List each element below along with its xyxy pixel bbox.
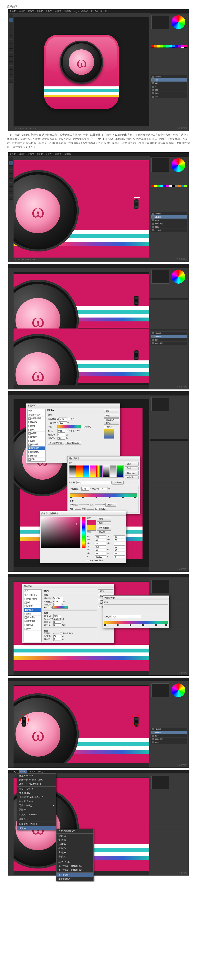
menu-item[interactable]: 文件(F) [10,153,16,156]
tool[interactable] [9,187,13,191]
gradient-preview[interactable] [58,425,81,428]
crop-tool[interactable] [9,31,13,35]
fx-item[interactable]: 混合选项: 默认 [28,413,45,417]
fx-item[interactable]: 颜色叠加 [24,616,42,619]
stop-location-input[interactable] [95,504,103,505]
layer-row[interactable]: 阴影 [151,82,187,85]
fx-item[interactable]: 斜面和浮雕 [28,417,45,420]
reset-default-button[interactable]: 复位为默认值 [65,441,81,445]
fx-item[interactable]: 内阴影 [24,605,42,608]
menu-item[interactable]: 后退一步(K) Alt+Ctrl+Z [17,782,56,786]
menu-item[interactable]: 编辑(E) [19,10,25,13]
cancel-button[interactable]: 取消 [97,521,111,525]
ps-menubar[interactable] [8,678,189,681]
hue-slider[interactable] [82,517,86,548]
menu-item[interactable]: 旋转 90 度（逆时针）(0) [56,868,93,872]
menu-item[interactable]: 选择(S) [55,153,61,156]
fx-item[interactable]: 光泽 [24,612,42,616]
menu-item[interactable]: 还原(O) Ctrl+Z [17,773,56,778]
fx-item[interactable]: 混合选项: 默认 [24,593,42,597]
ps-panels[interactable]: 右边 侧面 左边侧面 矩形 4 矩形 3 拷贝 矩形 3 [149,681,189,768]
b-input[interactable]: 85 [95,542,106,545]
menu-item[interactable]: 图像(I) [28,153,34,156]
visibility-icon[interactable] [152,89,154,91]
layer-row[interactable]: 外壳 [151,78,187,81]
ig-jitter-input[interactable]: 0 [53,638,61,641]
swatches-panel[interactable] [150,184,188,210]
menu-item[interactable]: 再次(A) Shift+Ctrl+T [56,829,93,833]
ps-menubar[interactable]: 文件(F)编辑(E)图像(I)图层(L)文字(Y)选择(S)滤镜(T) [8,153,189,156]
cancel-button[interactable]: 取消 [125,466,139,470]
tool[interactable] [9,178,13,182]
layers-panel[interactable]: 外壳 拷贝 外壳 阴影 底 底层 图层 1 背景 [150,74,188,130]
wand-tool[interactable] [9,27,13,31]
layer-row[interactable]: 底层 [151,88,187,92]
opacity-input[interactable]: 100 [59,422,67,424]
clone-tool[interactable] [9,44,13,48]
ps-canvas[interactable]: ω [14,686,149,763]
ig-gradient[interactable] [52,606,68,609]
ps-menubar[interactable] [8,574,189,578]
fx-item[interactable]: 斜面和浮雕 [24,597,42,601]
fx-item[interactable]: 等高线 [28,420,45,424]
layers-panel[interactable]: 右边 侧面 左边侧面 矩形 4 矩形 3 拷贝 矩形 3 外壳 拷贝 [150,211,188,261]
transform-submenu[interactable]: 再次(A) Shift+Ctrl+T 缩放(S) 旋转(R) 斜切(K) 扭曲(… [56,829,94,881]
lab-b-input[interactable]: 7 [114,542,125,545]
fx-item[interactable]: 样式 [28,409,45,413]
menu-item[interactable]: 自由变换(F) Ctrl+T [17,822,56,826]
lasso-tool[interactable] [9,22,13,27]
menu-item[interactable]: 滤镜(T) [64,10,71,13]
visibility-icon[interactable] [152,92,154,94]
a-input[interactable]: 73 [114,539,125,542]
ps-toolbar[interactable] [8,578,14,675]
menu-item[interactable]: 选择(S) [55,10,61,13]
fx-item[interactable]: 内发光 [24,608,42,612]
layer-style-dialog[interactable]: 图层样式 样式 混合选项: 默认 斜面和浮雕 等高线 纹理 描边 内阴影 内发光… [26,403,120,463]
menu-item[interactable]: 编辑(E) [19,153,25,156]
path-tool[interactable] [9,66,13,70]
gradient-editor-dialog-2[interactable]: 渐变编辑器 预设 名称(N): 自定 [103,595,169,628]
delete-stop-button[interactable]: 删除(D) [106,503,116,507]
menu-item[interactable]: 3D(D) [74,10,78,13]
menu-item[interactable]: 文字(Y) [46,10,52,13]
m-input[interactable]: 96 [114,549,125,552]
layer-row[interactable]: 矩形 3 拷贝 [151,222,187,225]
fx-item[interactable]: 描边 [24,601,42,605]
move-tool[interactable] [9,14,13,18]
ok-button[interactable]: 确定 [104,409,119,413]
menu-item[interactable]: 帮助(H) [101,10,107,13]
new-style-button[interactable]: 新建样式(W)... [104,418,119,425]
menu-item[interactable]: 变形(W) [56,854,93,859]
layer-row[interactable]: 外壳 拷贝 [151,75,187,78]
color-field[interactable] [41,517,80,548]
s-input[interactable]: 86 [95,539,106,542]
ps-panels[interactable] [149,395,189,571]
new-button[interactable]: 新建(W) [112,480,123,485]
tool[interactable] [9,157,13,161]
fx-item[interactable]: 投影 [28,458,45,461]
fx-item[interactable]: 图案叠加 [28,450,45,454]
ig-size-input[interactable]: 5 [53,624,61,627]
set-default-button[interactable]: 设置为默认值 [48,441,64,445]
menu-item[interactable]: 清除(E) [17,808,56,811]
ps-menubar[interactable]: 文件(F) 编辑(E) 图像(I) 图层(L) [8,770,189,773]
fx-item[interactable]: 样式 [24,590,42,593]
layer-row[interactable]: 矩形 4 [151,219,187,222]
ps-canvas[interactable]: ω [14,160,149,258]
gradient-presets[interactable] [104,605,168,614]
menu-item[interactable]: 图层(L) [38,770,45,773]
menu-item[interactable]: 旋转(R) [56,838,93,842]
ig-noise-input[interactable]: 0 [53,603,61,606]
load-button[interactable]: 载入(L)... [125,471,139,475]
fx-item[interactable]: 投影 [24,627,42,630]
ig-contour[interactable] [53,633,59,634]
edit-menu[interactable]: 还原(O) Ctrl+Z 前进一步(W) Shift+Ctrl+Z 后退一步(K… [17,773,56,830]
ps-canvas[interactable]: ω ω [14,272,149,385]
smoothness-input[interactable]: 100 [100,487,108,490]
menu-item[interactable]: 拷贝(C) Ctrl+C [17,791,56,795]
ig-method-select[interactable]: 柔和 [53,614,61,618]
menu-item[interactable]: 文字(Y) [46,153,52,156]
menu-item[interactable]: 图像(I) [28,10,34,13]
layer-row[interactable]: 矩形 3 [151,225,187,229]
layer-row[interactable]: 图层 1 [151,92,187,95]
